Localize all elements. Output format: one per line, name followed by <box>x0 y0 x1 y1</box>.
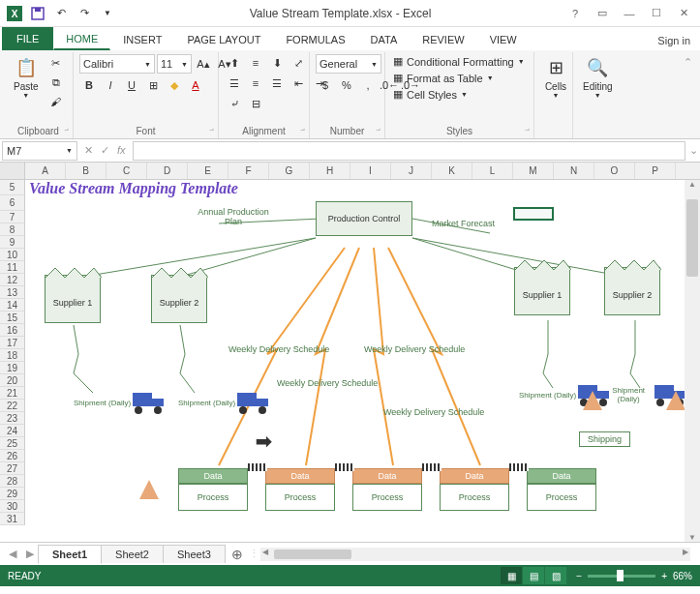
col-header[interactable]: K <box>432 163 472 179</box>
col-header[interactable]: C <box>107 163 147 179</box>
sheet-nav-prev-icon[interactable]: ◀ <box>4 548 21 560</box>
tab-insert[interactable]: INSERT <box>110 29 174 50</box>
tab-file[interactable]: FILE <box>2 27 53 50</box>
number-format-combo[interactable]: General▼ <box>316 54 381 74</box>
minimize-icon[interactable]: — <box>617 4 642 23</box>
save-icon[interactable] <box>27 3 48 24</box>
data-box[interactable]: Data <box>178 468 248 484</box>
data-box[interactable]: Data <box>440 468 509 484</box>
undo-icon[interactable]: ↶ <box>50 3 72 24</box>
col-header[interactable]: I <box>350 163 391 179</box>
worksheet-grid[interactable]: A B C D E F G H I J K L M N O P 56789101… <box>0 163 700 542</box>
truck-icon[interactable]: Shipment (Daily) <box>74 391 167 414</box>
border-icon[interactable]: ⊞ <box>143 76 163 94</box>
row-header[interactable]: 25 <box>0 437 25 450</box>
qat-customize-icon[interactable]: ▼ <box>97 3 118 24</box>
font-size-combo[interactable]: 11▼ <box>157 54 192 74</box>
row-header[interactable]: 15 <box>0 312 25 324</box>
tab-data[interactable]: DATA <box>358 29 411 50</box>
row-header[interactable]: 31 <box>0 513 25 525</box>
data-box[interactable]: Data <box>527 468 596 484</box>
col-header[interactable]: F <box>228 163 269 179</box>
row-header[interactable]: 23 <box>0 412 25 425</box>
maximize-icon[interactable]: ☐ <box>644 4 669 23</box>
decrease-indent-icon[interactable]: ⇤ <box>289 74 308 92</box>
col-header[interactable]: P <box>635 163 676 179</box>
row-header[interactable]: 21 <box>0 387 25 400</box>
tab-home[interactable]: HOME <box>53 28 110 50</box>
row-header[interactable]: 22 <box>0 400 25 412</box>
row-header[interactable]: 19 <box>0 362 25 374</box>
cell-styles-button[interactable]: ▦Cell Styles▼ <box>391 87 470 102</box>
merge-center-icon[interactable]: ⊟ <box>246 95 265 112</box>
row-header[interactable]: 28 <box>0 475 25 488</box>
row-header[interactable]: 18 <box>0 349 25 362</box>
format-painter-icon[interactable]: 🖌 <box>46 93 66 110</box>
tab-review[interactable]: REVIEW <box>410 29 476 50</box>
supplier-factory-3[interactable]: Supplier 1 <box>514 267 570 315</box>
comma-icon[interactable]: , <box>358 76 378 94</box>
row-header[interactable]: 11 <box>0 261 25 274</box>
tab-page-layout[interactable]: PAGE LAYOUT <box>174 29 273 50</box>
bold-button[interactable]: B <box>79 76 99 94</box>
close-icon[interactable]: ✕ <box>671 4 696 23</box>
vertical-scrollbar[interactable]: ▲ ▼ <box>685 180 700 542</box>
col-header[interactable]: M <box>513 163 554 179</box>
process-box[interactable]: Process <box>178 484 248 511</box>
row-header[interactable]: 5 <box>0 180 25 195</box>
align-left-icon[interactable]: ☰ <box>225 74 244 92</box>
fill-color-icon[interactable]: ◆ <box>165 76 184 94</box>
row-header[interactable]: 24 <box>0 425 25 437</box>
font-family-combo[interactable]: Calibri▼ <box>79 54 155 74</box>
row-header[interactable]: 13 <box>0 286 25 299</box>
align-bottom-icon[interactable]: ⬇ <box>267 54 287 72</box>
font-color-icon[interactable]: A <box>186 76 205 94</box>
row-header[interactable]: 16 <box>0 324 25 337</box>
data-box[interactable]: Data <box>265 468 335 484</box>
collapse-ribbon-icon[interactable]: ⌃ <box>680 52 696 138</box>
sheet-tab-1[interactable]: Sheet1 <box>38 545 102 564</box>
truck-icon[interactable]: Shipment (Daily) <box>178 391 272 414</box>
currency-icon[interactable]: $ <box>316 76 335 94</box>
normal-view-icon[interactable]: ▦ <box>501 567 522 584</box>
wrap-text-icon[interactable]: ⤶ <box>225 95 244 112</box>
help-icon[interactable]: ? <box>563 4 588 23</box>
col-header[interactable]: N <box>554 163 594 179</box>
col-header[interactable]: J <box>391 163 432 179</box>
row-header[interactable]: 14 <box>0 299 25 312</box>
col-header[interactable]: A <box>25 163 66 179</box>
align-middle-icon[interactable]: ≡ <box>246 54 265 72</box>
process-box[interactable]: Process <box>440 484 509 511</box>
row-header[interactable]: 6 <box>0 195 25 211</box>
orientation-icon[interactable]: ⤢ <box>289 54 308 72</box>
editing-button[interactable]: 🔍 Editing ▼ <box>579 54 617 101</box>
cells-button[interactable]: ⊞ Cells ▼ <box>540 54 571 101</box>
row-header[interactable]: 20 <box>0 374 25 387</box>
cut-icon[interactable]: ✂ <box>46 54 66 72</box>
scrollbar-thumb[interactable] <box>274 549 351 559</box>
supplier-factory-1[interactable]: Supplier 1 <box>45 275 101 323</box>
new-sheet-icon[interactable]: ⊕ <box>226 547 249 562</box>
production-control-box[interactable]: Production Control <box>316 201 412 236</box>
col-header[interactable]: B <box>66 163 107 179</box>
align-top-icon[interactable]: ⬆ <box>225 54 244 72</box>
underline-button[interactable]: U <box>122 76 141 94</box>
selected-cell[interactable] <box>513 207 554 221</box>
conditional-formatting-button[interactable]: ▦Conditional Formatting▼ <box>391 54 527 69</box>
col-header[interactable]: L <box>472 163 513 179</box>
fx-icon[interactable]: fx <box>114 144 129 157</box>
supplier-factory-4[interactable]: Supplier 2 <box>604 267 660 315</box>
sheet-nav-next-icon[interactable]: ▶ <box>21 548 39 560</box>
sheet-tab-3[interactable]: Sheet3 <box>163 545 226 563</box>
align-center-icon[interactable]: ≡ <box>246 74 265 92</box>
page-break-view-icon[interactable]: ▧ <box>545 567 566 584</box>
process-box[interactable]: Process <box>352 484 422 511</box>
sign-in-link[interactable]: Sign in <box>648 31 700 50</box>
col-header[interactable]: H <box>310 163 350 179</box>
supplier-factory-2[interactable]: Supplier 2 <box>151 275 207 323</box>
increase-font-icon[interactable]: A▴ <box>194 55 213 73</box>
row-header[interactable]: 26 <box>0 450 25 462</box>
page-layout-view-icon[interactable]: ▤ <box>523 567 544 584</box>
formula-input[interactable] <box>133 141 685 161</box>
zoom-slider[interactable] <box>588 575 655 578</box>
